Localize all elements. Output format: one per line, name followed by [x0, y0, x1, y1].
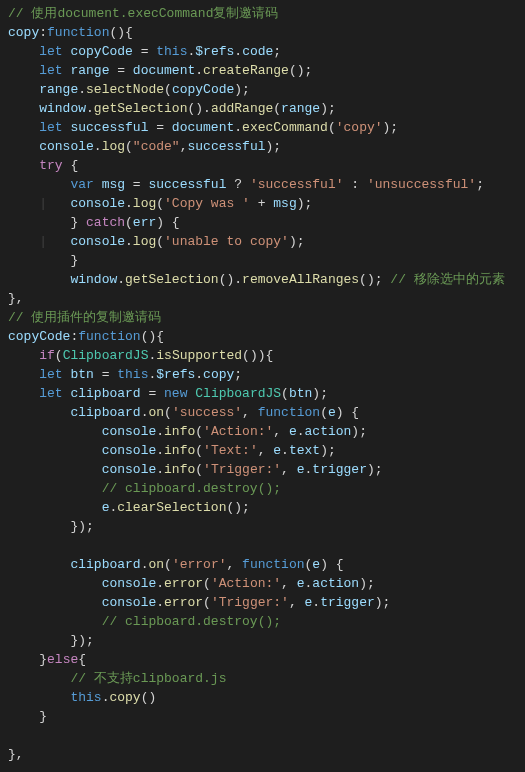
code-line: if(ClipboardJS.isSupported()){	[8, 346, 517, 365]
code-line: window.getSelection().removeAllRanges();…	[8, 270, 517, 289]
code-line	[8, 726, 517, 745]
code-line: let clipboard = new ClipboardJS(btn);	[8, 384, 517, 403]
code-line: // clipboard.destroy();	[8, 612, 517, 631]
code-line: } catch(err) {	[8, 213, 517, 232]
code-line: console.error('Trigger:', e.trigger);	[8, 593, 517, 612]
code-line: this.copy()	[8, 688, 517, 707]
code-line: range.selectNode(copyCode);	[8, 80, 517, 99]
code-line: console.log("code",successful);	[8, 137, 517, 156]
code-line: | console.log('Copy was ' + msg);	[8, 194, 517, 213]
code-block: // 使用document.execCommand复制邀请码copy:funct…	[8, 4, 517, 764]
code-line: console.error('Action:', e.action);	[8, 574, 517, 593]
code-line: e.clearSelection();	[8, 498, 517, 517]
code-line: console.info('Trigger:', e.trigger);	[8, 460, 517, 479]
code-line: let copyCode = this.$refs.code;	[8, 42, 517, 61]
code-line: }	[8, 707, 517, 726]
code-line: // clipboard.destroy();	[8, 479, 517, 498]
code-line: });	[8, 631, 517, 650]
code-line: let range = document.createRange();	[8, 61, 517, 80]
code-line: }	[8, 251, 517, 270]
code-line: window.getSelection().addRange(range);	[8, 99, 517, 118]
code-line: // 不支持clipboard.js	[8, 669, 517, 688]
code-line: copy:function(){	[8, 23, 517, 42]
code-line: | console.log('unable to copy');	[8, 232, 517, 251]
code-line: },	[8, 289, 517, 308]
code-line: },	[8, 745, 517, 764]
code-line: // 使用document.execCommand复制邀请码	[8, 4, 517, 23]
code-line: clipboard.on('error', function(e) {	[8, 555, 517, 574]
code-line: console.info('Text:', e.text);	[8, 441, 517, 460]
code-line: let btn = this.$refs.copy;	[8, 365, 517, 384]
code-line: var msg = successful ? 'successful' : 'u…	[8, 175, 517, 194]
code-line: copyCode:function(){	[8, 327, 517, 346]
code-line: });	[8, 517, 517, 536]
code-line: // 使用插件的复制邀请码	[8, 308, 517, 327]
code-line: try {	[8, 156, 517, 175]
code-line: let successful = document.execCommand('c…	[8, 118, 517, 137]
code-line: clipboard.on('success', function(e) {	[8, 403, 517, 422]
code-line	[8, 536, 517, 555]
code-line: console.info('Action:', e.action);	[8, 422, 517, 441]
code-line: }else{	[8, 650, 517, 669]
